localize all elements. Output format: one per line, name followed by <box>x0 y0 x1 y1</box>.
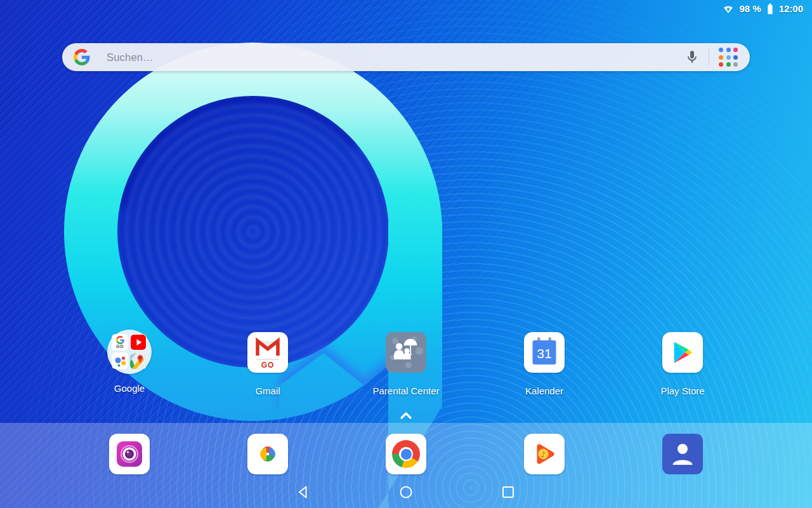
dock-app-contacts[interactable] <box>619 434 746 474</box>
battery-percent: 98 % <box>739 3 761 14</box>
microphone-icon[interactable] <box>684 50 700 65</box>
gmail-icon[interactable]: GO <box>247 332 288 373</box>
dock-app-play-music[interactable]: ♪ <box>481 434 608 474</box>
dock-app-camera[interactable] <box>66 434 193 474</box>
search-input[interactable]: Suchen… <box>107 51 684 64</box>
youtube-icon <box>130 334 147 351</box>
app-kalender[interactable]: 31 Kalender <box>481 332 608 373</box>
apps-grid-icon[interactable] <box>719 48 738 67</box>
battery-icon <box>766 3 774 15</box>
search-divider <box>709 49 709 65</box>
app-parental-center[interactable]: Parental Center <box>343 332 469 373</box>
svg-text:♪: ♪ <box>541 450 546 459</box>
camera-icon[interactable] <box>109 434 150 474</box>
google-go-icon: GO <box>112 334 128 351</box>
play-store-icon[interactable] <box>662 332 703 373</box>
calendar-day: 31 <box>537 346 551 361</box>
app-label: Google <box>66 383 193 394</box>
google-g-icon <box>74 49 90 65</box>
home-screen: 98 % 12:00 Suchen… <box>0 0 812 508</box>
nav-home-button[interactable] <box>398 484 414 500</box>
wifi-icon <box>723 3 734 15</box>
status-bar: 98 % 12:00 <box>723 0 812 17</box>
app-folder-google[interactable]: GO <box>66 330 193 374</box>
calendar-icon[interactable]: 31 <box>524 332 565 373</box>
google-assistant-icon <box>112 352 128 369</box>
gmail-go-badge: GO <box>261 361 275 370</box>
google-maps-icon <box>130 352 147 369</box>
google-go-badge: GO <box>116 344 124 349</box>
dock-app-chrome[interactable] <box>343 434 469 474</box>
app-gmail[interactable]: GO Gmail <box>204 332 331 373</box>
contacts-icon[interactable] <box>662 434 703 474</box>
nav-back-button[interactable] <box>295 484 311 500</box>
app-drawer-chevron-up-icon[interactable] <box>398 411 414 420</box>
nav-recents-button[interactable] <box>500 484 516 500</box>
dock-app-photos[interactable] <box>204 434 331 474</box>
app-label: Parental Center <box>343 385 469 396</box>
chrome-icon[interactable] <box>386 434 426 474</box>
clock: 12:00 <box>779 3 803 14</box>
play-music-icon[interactable]: ♪ <box>524 434 565 474</box>
parental-center-icon[interactable] <box>386 332 426 373</box>
app-label: Play Store <box>619 385 746 396</box>
google-search-bar[interactable]: Suchen… <box>62 43 750 71</box>
app-label: Gmail <box>204 385 331 396</box>
app-play-store[interactable]: Play Store <box>619 332 746 373</box>
app-label: Kalender <box>481 385 608 396</box>
google-photos-icon[interactable] <box>247 434 288 474</box>
google-folder-icon[interactable]: GO <box>107 330 152 374</box>
